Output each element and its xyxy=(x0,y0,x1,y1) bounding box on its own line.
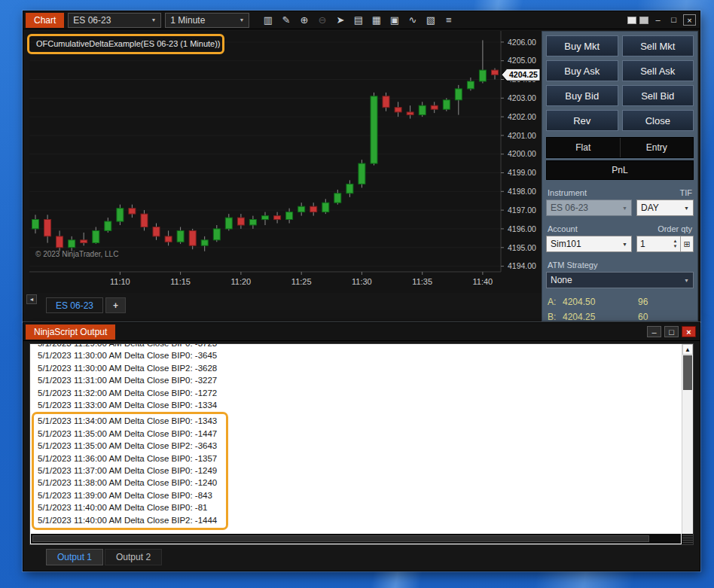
horizontal-scrollbar[interactable] xyxy=(31,534,681,544)
workspace-square-icon[interactable] xyxy=(627,17,636,24)
log-line: 5/1/2023 11:39:00 AM Delta Close BIP0: -… xyxy=(38,489,217,501)
scrollbar-thumb[interactable] xyxy=(683,355,692,390)
zoom-out-icon: ⊖ xyxy=(313,13,331,28)
resize-grip[interactable] xyxy=(682,534,693,544)
chart-style-icon[interactable]: ▥ xyxy=(259,13,276,28)
cursor-icon[interactable]: ➤ xyxy=(331,13,349,28)
report-icon[interactable]: ▤ xyxy=(349,13,367,28)
chart-tab-es-06-23[interactable]: ES 06-23 xyxy=(46,297,103,313)
account-select[interactable]: Sim101 ▼ xyxy=(546,236,632,252)
instrument-select[interactable]: ES 06-23 ▼ xyxy=(68,13,161,28)
time-axis-label: 11:35 xyxy=(412,277,432,286)
log-line: 5/1/2023 11:40:00 AM Delta Close BIP0: -… xyxy=(38,501,217,513)
buy-ask-button[interactable]: Buy Ask xyxy=(546,60,618,81)
buy-mkt-button[interactable]: Buy Mkt xyxy=(546,35,618,56)
minimize-button[interactable]: – xyxy=(651,14,664,26)
trader-instrument-select[interactable]: ES 06-23 ▼ xyxy=(546,200,632,216)
add-chart-tab-button[interactable]: + xyxy=(105,297,126,313)
log-line: 5/1/2023 11:34:00 AM Delta Close BIP0: -… xyxy=(38,415,217,427)
chart-toolbar: ▥✎⊕⊖➤▤▦▣∿▧≡ xyxy=(259,13,457,28)
spin-down-icon[interactable]: ▼ xyxy=(673,244,678,249)
chart-window: Chart ES 06-23 ▼ 1 Minute ▼ ▥✎⊕⊖➤▤▦▣∿▧≡ … xyxy=(23,11,700,322)
annotation-box-output: 5/1/2023 11:34:00 AM Delta Close BIP0: -… xyxy=(32,412,228,530)
flat-indicator[interactable]: Flat xyxy=(547,138,620,157)
buy-bid-button[interactable]: Buy Bid xyxy=(546,85,618,106)
log-line: 5/1/2023 11:32:00 AM Delta Close BIP0: -… xyxy=(32,387,681,399)
vertical-scrollbar[interactable]: ▲ ▼ xyxy=(682,344,693,544)
maximize-button[interactable]: □ xyxy=(667,14,680,26)
properties-icon[interactable]: ≡ xyxy=(440,13,457,28)
spin-up-icon[interactable]: ▲ xyxy=(673,239,678,244)
sell-ask-button[interactable]: Sell Ask xyxy=(622,60,694,81)
entry-tab[interactable]: Entry xyxy=(620,138,694,157)
chevron-down-icon: ▼ xyxy=(151,17,156,23)
bid-label: B: xyxy=(548,312,563,321)
close-button[interactable]: × xyxy=(683,14,696,26)
log-line: 5/1/2023 11:31:00 AM Delta Close BIP0: -… xyxy=(32,374,681,386)
scroll-up-icon[interactable]: ▲ xyxy=(682,344,693,355)
indicators-icon[interactable]: ∿ xyxy=(404,13,421,28)
output-title-tab: NinjaScript Output xyxy=(26,324,115,340)
tab-output-1[interactable]: Output 1 xyxy=(46,549,103,565)
ninjascript-output-window: NinjaScript Output – □ × 5/1/2023 11:29:… xyxy=(23,322,700,571)
snapshot-icon[interactable]: ▧ xyxy=(422,13,439,28)
workspace-square-icon[interactable] xyxy=(639,17,648,24)
indicator-label: OFCumulativeDeltaExample(ES 06-23 (1 Min… xyxy=(36,39,221,48)
bid-quote-row: B: 4204.25 60 xyxy=(546,312,694,321)
chart-copyright: © 2023 NinjaTrader, LLC xyxy=(35,250,118,258)
chart-titlebar[interactable]: Chart ES 06-23 ▼ 1 Minute ▼ ▥✎⊕⊖➤▤▦▣∿▧≡ … xyxy=(23,11,700,29)
tab-output-2[interactable]: Output 2 xyxy=(105,549,162,565)
chart-plot[interactable]: 4206.004205.004204.004203.004202.004201.… xyxy=(29,31,542,293)
bid-size: 60 xyxy=(638,312,648,321)
hscrollbar-thumb[interactable] xyxy=(32,535,649,542)
qty-grid-icon[interactable]: ⊞ xyxy=(680,236,693,251)
ask-label: A: xyxy=(548,297,563,307)
log-line: 5/1/2023 11:33:00 AM Delta Close BIP0: -… xyxy=(32,399,681,411)
tif-field-label: TIF xyxy=(680,188,693,197)
atm-strategy-label: ATM Strategy xyxy=(548,260,597,270)
log-line: 5/1/2023 11:30:00 AM Delta Close BIP0: -… xyxy=(32,349,681,361)
output-log[interactable]: 5/1/2023 11:29:00 AM Delta Close BIP0: -… xyxy=(32,344,681,533)
atm-strategy-select[interactable]: None ▼ xyxy=(546,272,694,288)
chart-body: 4206.004205.004204.004203.004202.004201.… xyxy=(23,29,700,322)
sell-bid-button[interactable]: Sell Bid xyxy=(622,85,694,106)
candle xyxy=(371,93,377,166)
trade-buttons-grid: Buy MktSell MktBuy AskSell AskBuy BidSel… xyxy=(546,35,694,131)
chart-scroll-left-button[interactable]: ◄ xyxy=(26,294,37,304)
chart-title-tab[interactable]: Chart xyxy=(26,13,64,28)
sell-mkt-button[interactable]: Sell Mkt xyxy=(622,35,694,56)
position-mode-row: Flat Entry xyxy=(546,137,694,158)
qty-spinner[interactable]: ▲ ▼ xyxy=(670,236,680,251)
close-button[interactable]: × xyxy=(682,326,696,337)
order-qty-field[interactable]: 1 ▲ ▼ ⊞ xyxy=(636,236,694,252)
price-axis-label: 4195.00 xyxy=(508,243,536,252)
price-axis-label: 4203.00 xyxy=(508,93,536,102)
zoom-in-icon[interactable]: ⊕ xyxy=(295,13,313,28)
drawing-tools-icon[interactable]: ✎ xyxy=(277,13,294,28)
time-axis-label: 11:10 xyxy=(110,277,130,286)
bid-price: 4204.25 xyxy=(563,312,621,321)
pnl-tab[interactable]: PnL xyxy=(546,160,694,180)
chevron-down-icon: ▼ xyxy=(239,17,244,23)
tif-select[interactable]: DAY ▼ xyxy=(636,200,694,216)
window-controls: – □ × xyxy=(627,14,697,26)
ask-size: 96 xyxy=(638,297,648,307)
maximize-button[interactable]: □ xyxy=(664,326,679,337)
minimize-button[interactable]: – xyxy=(647,326,661,337)
interval-select-value: 1 Minute xyxy=(170,15,205,26)
rev-button[interactable]: Rev xyxy=(546,110,618,131)
output-content: 5/1/2023 11:29:00 AM Delta Close BIP0: -… xyxy=(29,343,694,545)
log-line: 5/1/2023 11:40:00 AM Delta Close BIP2: -… xyxy=(38,514,217,526)
chevron-down-icon: ▼ xyxy=(622,242,627,247)
output-titlebar[interactable]: NinjaScript Output – □ × xyxy=(23,323,700,341)
time-axis-label: 11:20 xyxy=(231,277,252,286)
account-value: Sim101 xyxy=(551,239,581,249)
data-series-icon[interactable]: ▦ xyxy=(368,13,385,28)
chevron-down-icon: ▼ xyxy=(684,206,689,211)
price-axis-label: 4194.00 xyxy=(508,261,536,270)
chart-window-icon[interactable]: ▣ xyxy=(386,13,403,28)
order-qty-value[interactable]: 1 xyxy=(637,236,670,251)
interval-select[interactable]: 1 Minute ▼ xyxy=(165,13,249,28)
close-button[interactable]: Close xyxy=(622,110,694,131)
chart-trader-panel: Buy MktSell MktBuy AskSell AskBuy BidSel… xyxy=(542,31,698,321)
